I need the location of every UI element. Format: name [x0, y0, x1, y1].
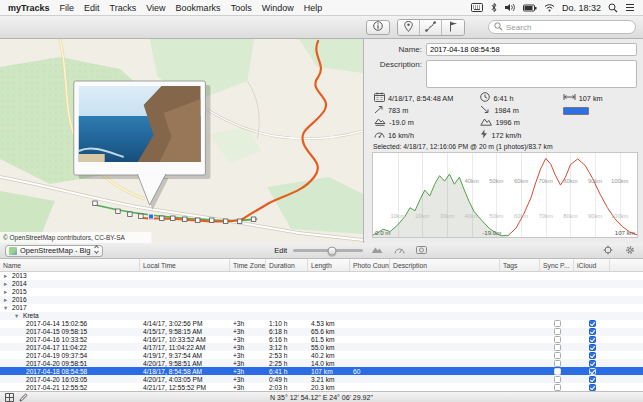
volume-icon[interactable]: [505, 3, 516, 12]
locate-button[interactable]: [600, 244, 616, 257]
table-row[interactable]: ▾Kreta: [0, 312, 643, 320]
sync-checkbox[interactable]: [554, 336, 561, 343]
sync-checkbox[interactable]: [554, 328, 561, 335]
column-header[interactable]: Duration: [266, 259, 308, 271]
table-row[interactable]: 2017-04-20 09:58:514/20/17, 9:58:51 AM+3…: [0, 359, 643, 367]
track-stats: 4/18/17, 8:54:48 AM 6:41 h 107 km 783 m …: [364, 88, 643, 142]
map-provider-popup[interactable]: OpenStreetMap - Big: [5, 245, 103, 257]
popup-chevrons-icon: [93, 244, 100, 257]
column-header[interactable]: Name: [0, 259, 140, 271]
search-field[interactable]: [488, 20, 636, 34]
disclosure-triangle[interactable]: ▾: [15, 312, 23, 320]
sync-checkbox[interactable]: [554, 384, 561, 391]
table-row[interactable]: 2017-04-19 09:37:544/19/17, 9:37:54 AM+3…: [0, 351, 643, 359]
table-row[interactable]: ▸2016: [0, 296, 643, 304]
icloud-checkbox[interactable]: [589, 344, 596, 351]
menu-tracks[interactable]: Tracks: [110, 3, 137, 13]
disclosure-triangle[interactable]: ▾: [4, 304, 12, 312]
column-header[interactable]: Local Time: [140, 259, 230, 271]
route-button[interactable]: [420, 20, 442, 35]
table-row[interactable]: ▸2014: [0, 280, 643, 288]
chart-gridline: [472, 153, 473, 237]
notification-center-icon[interactable]: [625, 3, 635, 12]
icloud-checkbox[interactable]: [589, 376, 596, 383]
icloud-checkbox[interactable]: [589, 336, 596, 343]
menu-tools[interactable]: Tools: [231, 3, 252, 13]
menu-window[interactable]: Window: [262, 3, 294, 13]
table-row[interactable]: ▾2017: [0, 304, 643, 312]
menu-view[interactable]: View: [146, 3, 165, 13]
info-button[interactable]: [366, 20, 390, 35]
sync-checkbox[interactable]: [554, 368, 561, 375]
elevation-chart-toggle[interactable]: [369, 244, 385, 257]
column-header[interactable]: Tags: [500, 259, 540, 271]
sync-checkbox[interactable]: [554, 352, 561, 359]
icloud-checkbox[interactable]: [589, 352, 596, 359]
icloud-checkbox[interactable]: [589, 320, 596, 327]
sync-checkbox[interactable]: [554, 320, 561, 327]
map-canvas[interactable]: © OpenStreetMap contributors, CC-BY-SA: [0, 39, 363, 243]
table-row[interactable]: 2017-04-16 10:33:524/16/17, 10:33:52 AM+…: [0, 336, 643, 344]
disclosure-triangle[interactable]: ▸: [4, 288, 12, 296]
chart-min-elevation-label: -19.0m: [482, 229, 501, 236]
wifi-icon[interactable]: [544, 3, 555, 12]
table-row[interactable]: ▸2015: [0, 288, 643, 296]
map-thumbnail-icon: [9, 247, 17, 255]
flag-button[interactable]: [442, 20, 464, 35]
battery-icon[interactable]: [523, 4, 537, 12]
zoom-slider[interactable]: [293, 249, 363, 252]
edit-mode-label[interactable]: Edit: [274, 246, 287, 255]
spotlight-search-icon[interactable]: [608, 3, 618, 13]
pin-icon: [404, 21, 413, 34]
min-altitude-icon: [374, 117, 386, 128]
description-input[interactable]: [426, 60, 637, 88]
pin-button[interactable]: [398, 20, 420, 35]
speed-chart-toggle[interactable]: [391, 244, 407, 257]
stat-avg-speed: 16 km/h: [374, 129, 478, 141]
icloud-checkbox[interactable]: [589, 368, 596, 375]
zoom-slider-knob[interactable]: [327, 246, 336, 255]
pencil-icon[interactable]: [19, 393, 28, 402]
disclosure-triangle[interactable]: ▸: [4, 280, 12, 288]
track-color-swatch[interactable]: [563, 107, 589, 115]
sync-checkbox[interactable]: [554, 360, 561, 367]
search-input[interactable]: [506, 23, 630, 32]
column-header[interactable]: Photo Count: [350, 259, 390, 271]
column-header[interactable]: Description: [390, 259, 500, 271]
table-row[interactable]: 2017-04-17 11:04:224/17/17, 11:04:22 AM+…: [0, 343, 643, 351]
profile-chart[interactable]: 0.0 m -19.0m 107 km 10km20km30km40km40km…: [372, 152, 638, 238]
column-header[interactable]: Length: [308, 259, 350, 271]
menu-edit[interactable]: Edit: [84, 3, 100, 13]
menu-clock[interactable]: Do. 18:32: [562, 3, 601, 13]
column-header[interactable]: iCloud: [574, 259, 610, 271]
icloud-checkbox[interactable]: [589, 360, 596, 367]
menu-bookmarks[interactable]: Bookmarks: [176, 3, 221, 13]
table-row[interactable]: 2017-04-20 16:03:054/20/17, 4:03:05 PM+3…: [0, 375, 643, 383]
keyboard-icon[interactable]: [471, 3, 483, 12]
menu-help[interactable]: Help: [304, 3, 323, 13]
map-options-bar: OpenStreetMap - Big Edit: [0, 243, 643, 259]
menu-file[interactable]: File: [60, 3, 75, 13]
disclosure-triangle[interactable]: ▸: [4, 272, 12, 280]
sync-checkbox[interactable]: [554, 344, 561, 351]
table-row[interactable]: 2017-04-18 08:54:584/18/17, 8:54:58 AM+3…: [0, 367, 643, 375]
stat-duration: 6:41 h: [480, 92, 560, 104]
column-header[interactable]: Time Zone: [230, 259, 266, 271]
table-row[interactable]: 2017-04-15 09:58:154/15/17, 9:58:15 AM+3…: [0, 328, 643, 336]
grid-icon[interactable]: [5, 393, 14, 402]
column-header[interactable]: Sync P...: [540, 259, 574, 271]
track-table-body: ▸2013▸2014▸2015▸2016▾2017▾Kreta2017-04-1…: [0, 272, 643, 391]
disclosure-triangle[interactable]: ▸: [4, 296, 12, 304]
icloud-checkbox[interactable]: [589, 328, 596, 335]
sync-checkbox[interactable]: [554, 376, 561, 383]
settings-button[interactable]: [622, 244, 638, 257]
photos-toggle[interactable]: [413, 244, 429, 257]
map-view[interactable]: © OpenStreetMap contributors, CC-BY-SA: [0, 39, 364, 243]
icloud-checkbox[interactable]: [589, 384, 596, 391]
table-row[interactable]: 2017-04-14 15:02:564/14/17, 3:02:56 PM+3…: [0, 320, 643, 328]
table-row[interactable]: ▸2013: [0, 272, 643, 280]
bluetooth-icon[interactable]: [490, 2, 498, 13]
table-row[interactable]: 2017-04-21 12:55:524/21/17, 12:55:52 PM+…: [0, 383, 643, 391]
name-input[interactable]: [426, 43, 637, 56]
menu-app-name[interactable]: myTracks: [8, 3, 50, 13]
